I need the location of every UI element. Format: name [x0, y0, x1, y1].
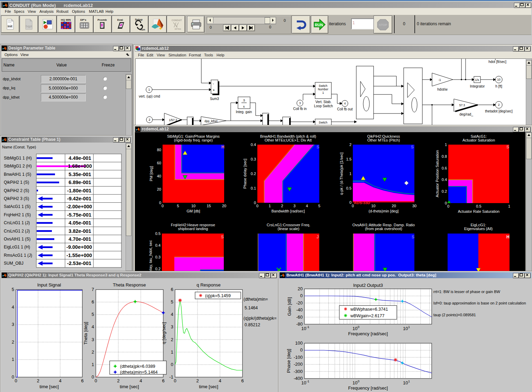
svg-text:0.1: 0.1: [251, 186, 256, 190]
svg-text:(q)pk/(dtheta)pk=: (q)pk/(dtheta)pk=: [244, 316, 277, 321]
svg-text:SatAcG1 1 (S): SatAcG1 1 (S): [4, 204, 30, 209]
svg-text:0: 0: [349, 200, 351, 204]
svg-text:0.5: 0.5: [346, 186, 351, 190]
svg-text:S: S: [506, 145, 509, 149]
svg-text:5: 5: [92, 312, 94, 317]
svg-text:0: 0: [358, 380, 359, 383]
svg-text:Phase [deg]: Phase [deg]: [286, 349, 291, 373]
svg-text:Bandwidth [rad/sec]: Bandwidth [rad/sec]: [272, 209, 305, 213]
svg-text:20: 20: [298, 286, 303, 291]
svg-text:0.2: 0.2: [442, 189, 447, 193]
svg-text:20: 20: [222, 204, 226, 208]
svg-text:RPTEK: RPTEK: [175, 28, 181, 30]
svg-text:1: 1: [148, 88, 150, 91]
svg-text:10: 10: [403, 380, 408, 385]
svg-text:2: 2: [37, 378, 39, 383]
svg-text:0: 0: [159, 201, 161, 205]
svg-text:HQ MIN: HQ MIN: [61, 18, 71, 21]
svg-text:4: 4: [344, 102, 346, 105]
svg-text:2: 2: [149, 118, 150, 121]
svg-text:Actuator Saturation: Actuator Saturation: [462, 138, 495, 142]
svg-text:wBWphase=6.3741: wBWphase=6.3741: [350, 307, 388, 312]
svg-text:-1: -1: [306, 380, 309, 383]
svg-text:Input2 Output3: Input2 Output3: [353, 283, 383, 288]
svg-text:OvsAtH1 1 (S): OvsAtH1 1 (S): [4, 237, 30, 241]
svg-text:dpp_kthet: dpp_kthet: [204, 119, 218, 123]
svg-text:DP's: DP's: [80, 18, 86, 21]
svg-text:4.05e-001: 4.05e-001: [68, 220, 91, 226]
svg-text:q-pk / (d-Theta)pk [1/sec]: q-pk / (d-Theta)pk [1/sec]: [339, 153, 343, 195]
svg-text:6: 6: [241, 378, 244, 383]
svg-text:0: 0: [92, 374, 94, 380]
svg-text:vert. (up) cmd: vert. (up) cmd: [139, 94, 160, 98]
svg-text:BnwAtH1 1 (S): BnwAtH1 1 (S): [4, 172, 31, 177]
svg-text:CrsLnG1 2 (J): CrsLnG1 2 (J): [4, 229, 30, 234]
svg-text:20: 20: [392, 204, 396, 208]
svg-text:6: 6: [92, 299, 94, 304]
svg-text:S: S: [221, 235, 224, 239]
svg-text:0: 0: [162, 204, 164, 208]
svg-text:2: 2: [92, 349, 94, 355]
svg-text:-300: -300: [294, 369, 303, 374]
svg-text:0.4: 0.4: [155, 243, 160, 247]
svg-text:Switch: Switch: [319, 84, 327, 88]
svg-text:80: 80: [157, 148, 161, 152]
svg-text:2: 2: [281, 204, 283, 208]
svg-text:GM [db]: GM [db]: [186, 209, 200, 213]
svg-text:4: 4: [59, 378, 61, 383]
svg-text:1: 1: [171, 349, 173, 355]
svg-text:Delay, tau_hdot, sec: Delay, tau_hdot, sec: [148, 240, 153, 275]
svg-text:(dtheta)min=: (dtheta)min=: [244, 297, 268, 302]
svg-text:hdot/w: hdot/w: [437, 88, 448, 91]
svg-text:0.2: 0.2: [155, 267, 160, 271]
svg-text:Run: Run: [140, 28, 145, 31]
svg-text:0.8: 0.8: [442, 154, 447, 158]
svg-text:(linear scale): (linear scale): [278, 227, 300, 231]
svg-text:Integrator: Integrator: [470, 84, 485, 88]
svg-text:s: s: [243, 105, 245, 108]
svg-text:57.3: 57.3: [459, 103, 465, 107]
svg-text:ADS-33D: ADS-33D: [354, 201, 370, 205]
svg-text:time [sec]: time [sec]: [199, 384, 218, 389]
svg-text:0.85212: 0.85212: [245, 322, 260, 327]
svg-text:6: 6: [171, 287, 173, 292]
svg-text:Init: Init: [8, 25, 12, 28]
svg-text:0: 0: [300, 293, 303, 298]
svg-text:Eval: Eval: [117, 18, 123, 21]
svg-text:S: S: [317, 145, 319, 149]
svg-text:-2.53e-001: -2.53e-001: [67, 261, 91, 266]
svg-text:Theta Response: Theta Response: [113, 282, 146, 288]
svg-text:0: 0: [445, 201, 447, 205]
svg-text:0.4: 0.4: [442, 177, 447, 182]
svg-text:Sqpt: Sqpt: [25, 25, 32, 28]
svg-text:Pcomb: Pcomb: [98, 18, 107, 21]
svg-text:-1: -1: [438, 78, 441, 82]
svg-text:10: 10: [352, 380, 357, 385]
svg-text:1: 1: [92, 362, 94, 367]
svg-text:5: 5: [177, 204, 179, 208]
svg-text:-9.00e+000: -9.00e+000: [66, 244, 92, 250]
svg-text:Input Signal: Input Signal: [37, 282, 61, 288]
svg-text:4.49e-001: 4.49e-001: [68, 155, 91, 161]
svg-text:3: 3: [299, 101, 301, 105]
svg-text:Actuator Position Saturation: Actuator Position Saturation: [435, 150, 439, 197]
svg-text:4: 4: [139, 378, 142, 383]
svg-text:1/s: 1/s: [475, 78, 479, 82]
svg-text:2: 2: [12, 339, 14, 345]
svg-text:thetadot [deg/sec]: thetadot [deg/sec]: [485, 109, 513, 113]
svg-text:0: 0: [15, 378, 17, 383]
svg-text:Theta [deg]: Theta [deg]: [83, 322, 88, 345]
svg-text:4: 4: [12, 304, 14, 310]
svg-text:2: 2: [196, 378, 199, 383]
svg-text:wBWgain=2.6177: wBWgain=2.6177: [350, 313, 384, 318]
svg-text:Eigenvalues (All): Eigenvalues (All): [464, 227, 493, 231]
svg-text:Actuator Rate Saturation: Actuator Rate Saturation: [458, 209, 499, 213]
svg-text:0: 0: [94, 378, 97, 383]
svg-text:10: 10: [301, 380, 306, 385]
svg-text:Gain [dB]: Gain [dB]: [287, 297, 292, 316]
svg-text:5: 5: [171, 299, 173, 304]
svg-text:deg/rad_: deg/rad_: [459, 112, 473, 116]
svg-text:4: 4: [219, 378, 221, 383]
svg-text:1: 1: [322, 91, 324, 94]
svg-text:CrsLnG1 1 (J): CrsLnG1 1 (J): [4, 220, 30, 225]
